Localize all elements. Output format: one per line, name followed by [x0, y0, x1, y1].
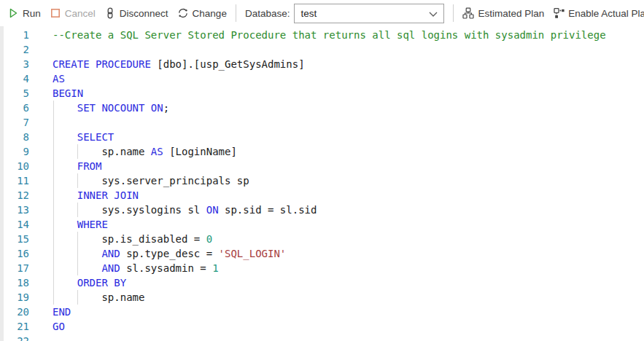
- indent-guide: [77, 144, 78, 159]
- code-line[interactable]: 17 AND sl.sysadmin = 1: [0, 261, 644, 275]
- database-dropdown[interactable]: test: [294, 4, 444, 23]
- editor-left-margin: [0, 26, 4, 341]
- code-token: 1: [212, 262, 218, 274]
- code-token: BEGIN: [53, 87, 83, 99]
- estimated-plan-label: Estimated Plan: [478, 8, 544, 19]
- line-number: 9: [0, 144, 29, 159]
- indent-guide: [77, 232, 78, 246]
- change-connection-label: Change: [193, 8, 227, 19]
- disconnect-button[interactable]: Disconnect: [104, 7, 168, 19]
- cancel-label: Cancel: [65, 8, 96, 19]
- code-line[interactable]: 7: [0, 115, 644, 130]
- line-number: 11: [0, 173, 29, 188]
- code-line[interactable]: 4AS: [0, 71, 644, 86]
- line-number: 22: [0, 334, 29, 341]
- code-token: sl.sysadmin =: [120, 262, 212, 274]
- code-line[interactable]: 12 INNER JOIN: [0, 188, 644, 203]
- line-number: 12: [0, 188, 29, 203]
- code-line[interactable]: 9 sp.name AS [LoginName]: [0, 144, 644, 159]
- line-number: 19: [0, 290, 29, 305]
- code-token: SELECT: [53, 131, 114, 143]
- code-token: ON: [206, 204, 219, 216]
- line-number: 15: [0, 232, 29, 246]
- line-number: 2: [0, 42, 29, 57]
- code-token: 0: [206, 233, 212, 245]
- cancel-button[interactable]: Cancel: [50, 7, 96, 19]
- code-line[interactable]: 15 sp.is_disabled = 0: [0, 232, 644, 246]
- code-token: [dbo].[usp_GetSysAdmins]: [151, 58, 305, 70]
- code-token: sys.syslogins sl: [53, 204, 206, 216]
- code-line[interactable]: 5BEGIN: [0, 86, 644, 101]
- code-token: sp.type_desc =: [120, 248, 219, 259]
- code-area[interactable]: 1--Create a SQL Server Stored Procedure …: [0, 28, 644, 341]
- line-number: 6: [0, 101, 29, 115]
- indent-guide: [53, 188, 54, 203]
- line-number: 3: [0, 57, 29, 71]
- sql-editor[interactable]: 1--Create a SQL Server Stored Procedure …: [0, 26, 644, 341]
- indent-guide: [77, 261, 78, 275]
- code-token: AS: [151, 146, 163, 157]
- database-value: test: [300, 8, 317, 19]
- code-line[interactable]: 22: [0, 334, 644, 341]
- code-line[interactable]: 2: [0, 42, 644, 57]
- indent-guide: [53, 217, 54, 232]
- code-line[interactable]: 10 FROM: [0, 159, 644, 173]
- indent-guide: [53, 115, 54, 130]
- indent-guide: [53, 246, 54, 261]
- line-number: 1: [0, 28, 29, 42]
- enable-actual-plan-icon: [553, 7, 565, 19]
- code-line[interactable]: 11 sys.server_principals sp: [0, 173, 644, 188]
- indent-guide: [53, 232, 54, 246]
- indent-guide: [77, 173, 78, 188]
- indent-guide: [53, 130, 54, 144]
- code-token: 'SQL_LOGIN': [219, 248, 287, 259]
- database-picker: Database: test: [245, 4, 445, 23]
- code-token: sys.server_principals sp: [53, 175, 249, 187]
- line-number: 17: [0, 261, 29, 275]
- run-button[interactable]: Run: [7, 7, 41, 19]
- code-token: CREATE PROCEDURE: [53, 58, 151, 70]
- code-line[interactable]: 8 SELECT: [0, 130, 644, 144]
- code-token: SET NOCOUNT ON: [53, 102, 163, 114]
- code-token: AS: [53, 73, 65, 85]
- code-line[interactable]: 6 SET NOCOUNT ON;: [0, 101, 644, 115]
- code-line[interactable]: 3CREATE PROCEDURE [dbo].[usp_GetSysAdmin…: [0, 57, 644, 71]
- line-number: 21: [0, 319, 29, 334]
- code-token: GO: [53, 321, 65, 332]
- line-number: 18: [0, 275, 29, 290]
- indent-guide: [53, 290, 54, 305]
- estimated-plan-icon: [462, 7, 474, 19]
- code-line[interactable]: 1--Create a SQL Server Stored Procedure …: [0, 28, 644, 42]
- line-number: 14: [0, 217, 29, 232]
- line-number: 16: [0, 246, 29, 261]
- code-token: WHERE: [53, 219, 108, 230]
- indent-guide: [77, 246, 78, 261]
- code-token: sp.name: [53, 146, 151, 157]
- code-line[interactable]: 13 sys.syslogins sl ON sp.sid = sl.sid: [0, 203, 644, 217]
- estimated-plan-button[interactable]: Estimated Plan: [462, 7, 544, 19]
- database-label: Database:: [245, 8, 290, 19]
- disconnect-label: Disconnect: [120, 8, 168, 19]
- indent-guide: [53, 101, 54, 115]
- code-line[interactable]: 16 AND sp.type_desc = 'SQL_LOGIN': [0, 246, 644, 261]
- enable-actual-plan-button[interactable]: Enable Actual Plan: [553, 7, 644, 19]
- line-number: 13: [0, 203, 29, 217]
- code-line[interactable]: 14 WHERE: [0, 217, 644, 232]
- indent-guide: [53, 275, 54, 290]
- line-number: 7: [0, 115, 29, 130]
- code-token: END: [53, 306, 71, 318]
- code-token: AND: [53, 262, 120, 274]
- code-line[interactable]: 19 sp.name: [0, 290, 644, 305]
- code-token: AND: [53, 248, 120, 259]
- indent-guide: [77, 203, 78, 217]
- code-line[interactable]: 18 ORDER BY: [0, 275, 644, 290]
- indent-guide: [53, 261, 54, 275]
- code-line[interactable]: 20END: [0, 305, 644, 319]
- indent-guide: [53, 144, 54, 159]
- indent-guide: [53, 173, 54, 188]
- indent-guide: [77, 290, 78, 305]
- run-icon: [7, 7, 19, 19]
- code-token: INNER JOIN: [53, 189, 139, 201]
- change-connection-button[interactable]: Change: [177, 7, 227, 19]
- code-line[interactable]: 21GO: [0, 319, 644, 334]
